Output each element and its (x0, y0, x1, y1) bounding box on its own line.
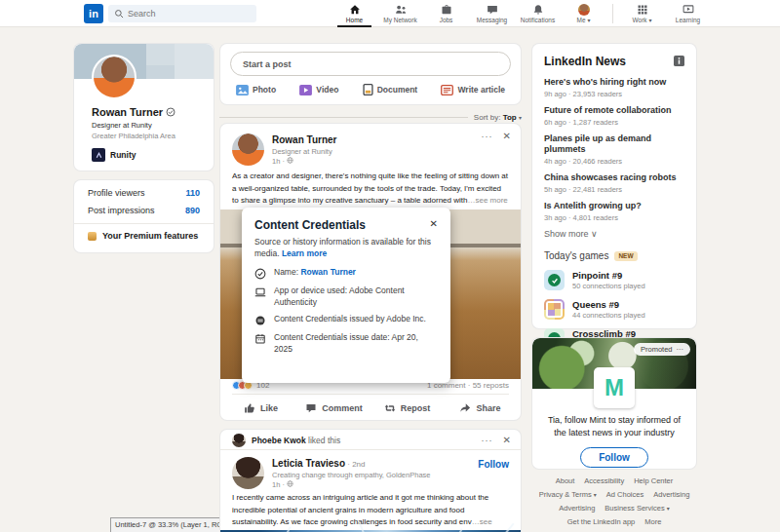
comment-button[interactable]: Comment (297, 396, 370, 420)
company-row[interactable]: Runity (92, 148, 136, 162)
footer-link-privacy-terms[interactable]: Privacy & Terms ▾ (539, 490, 597, 499)
news-title: LinkedIn News (544, 55, 626, 68)
post-impressions-row[interactable]: Post impressions 890 (74, 198, 214, 215)
post-author-name[interactable]: Rowan Turner (272, 134, 336, 145)
post-timestamp: 1h · (272, 157, 293, 166)
search-icon (114, 5, 124, 22)
footer-link-about[interactable]: About (556, 476, 575, 485)
chevron-down-icon: ▾ (594, 492, 597, 498)
footer-link-more[interactable]: More (644, 517, 661, 526)
like-button[interactable]: Like (224, 396, 297, 420)
global-nav: Home My Network Jobs Messaging Notificat… (332, 0, 711, 27)
cc-close-button[interactable]: ✕ (430, 218, 438, 229)
games-title: Today's games (544, 250, 608, 261)
linkedin-page: in Home My Network Jobs Messaging (0, 0, 780, 532)
social-context-row: Phoebe Kwok liked this ··· ✕ (220, 430, 521, 450)
news-item[interactable]: Here's who's hiring right now 9h ago · 2… (544, 77, 684, 98)
post-dismiss-button[interactable]: ✕ (503, 435, 511, 445)
profile-location: Greater Philadelphia Area (92, 132, 176, 140)
learning-icon (682, 4, 694, 16)
game-pinpoint[interactable]: Pinpoint #9 50 connections played (544, 270, 684, 290)
post-dismiss-button[interactable]: ✕ (503, 131, 511, 141)
linkedin-logo[interactable]: in (84, 4, 103, 23)
like-icon (244, 402, 255, 414)
stat-label: Profile viewers (88, 188, 145, 198)
queens-icon (544, 299, 565, 320)
show-more-button[interactable]: Show more ∨ (544, 229, 684, 239)
profile-avatar[interactable] (92, 55, 136, 99)
cc-date-row: Content Credentials issue date: Apr 20, … (254, 332, 438, 355)
footer-link-advertising[interactable]: Advertising (653, 490, 689, 499)
document-button[interactable]: Document (363, 84, 418, 95)
cc-name-row: Name: Rowan Turner (254, 267, 438, 280)
start-post-button[interactable]: Start a post (230, 52, 511, 76)
nav-jobs[interactable]: Jobs (423, 0, 469, 27)
write-article-button[interactable]: Write article (441, 84, 505, 95)
my-network-icon (395, 4, 407, 16)
seal-icon (254, 315, 266, 326)
promoted-badge[interactable]: Promoted··· (634, 343, 690, 356)
follow-button[interactable]: Follow (478, 459, 509, 470)
info-icon[interactable] (674, 53, 684, 70)
nav-learning[interactable]: Learning (665, 0, 711, 27)
messaging-icon (487, 4, 498, 16)
photo-button[interactable]: Photo (236, 84, 276, 95)
comment-icon (305, 402, 317, 414)
stat-value: 110 (185, 188, 200, 198)
nav-my-network[interactable]: My Network (377, 0, 423, 27)
nav-me-label: Me ▾ (577, 17, 591, 23)
search-input[interactable] (128, 9, 245, 19)
profile-card[interactable]: Rowan Turner Designer at Runity Greater … (73, 43, 214, 171)
connection-degree: · 2nd (345, 460, 365, 469)
nav-work-label: Work ▾ (633, 17, 652, 23)
nav-notifications[interactable]: Notifications (515, 0, 561, 27)
share-icon (459, 402, 471, 414)
mint-logo[interactable]: M (594, 367, 635, 408)
news-item[interactable]: China showcases racing robots 5h ago · 2… (544, 172, 684, 194)
learn-more-link[interactable]: Learn more (282, 248, 327, 258)
see-more-link[interactable]: …see more (467, 196, 507, 205)
nav-messaging[interactable]: Messaging (469, 0, 515, 27)
footer-link-help-center[interactable]: Help Center (634, 476, 673, 485)
post-composer-card: Start a post Photo Video Document Write … (219, 43, 522, 105)
sort-dropdown[interactable]: Sort by: Top ▾ (474, 113, 522, 122)
ad-overflow-icon: ··· (677, 345, 684, 354)
premium-features-link[interactable]: Your Premium features (74, 224, 214, 241)
avatar[interactable] (232, 434, 246, 447)
chevron-down-icon: ▾ (648, 18, 651, 23)
stats-card: Profile viewers 110 Post impressions 890… (73, 179, 214, 253)
repost-button[interactable]: Repost (370, 396, 444, 420)
globe-icon (287, 480, 293, 489)
footer-link-advertising-2[interactable]: Advertising (559, 504, 595, 513)
news-item[interactable]: Is Antelith growing up? 3h ago · 4,801 r… (544, 201, 684, 222)
video-button[interactable]: Video (299, 84, 338, 95)
photoshop-document-tab[interactable]: Untitled-7 @ 33.3% (Layer 1, RGB/8#) * (110, 517, 220, 532)
nav-learning-label: Learning (676, 17, 700, 23)
post-overflow-button[interactable]: ··· (482, 436, 493, 445)
profile-name[interactable]: Rowan Turner (92, 106, 176, 118)
cc-name-link[interactable]: Rowan Turner (300, 267, 356, 277)
cc-description: Source or history information is availab… (254, 236, 438, 259)
document-icon (363, 84, 373, 95)
game-queens[interactable]: Queens #9 44 connections played (544, 299, 684, 320)
post-author-name[interactable]: Leticia Travieso · 2nd (272, 458, 366, 469)
post-overflow-button[interactable]: ··· (482, 132, 493, 141)
news-item[interactable]: Future of remote collaboration 6h ago · … (544, 105, 684, 127)
nav-notifications-label: Notifications (521, 17, 555, 23)
nav-work[interactable]: Work ▾ (619, 0, 665, 27)
footer-link-get-app[interactable]: Get the LinkedIn app (567, 517, 636, 526)
profile-viewers-row[interactable]: Profile viewers 110 (74, 180, 214, 198)
avatar[interactable] (232, 457, 264, 489)
news-item[interactable]: Planes pile up as demand plummets 4h ago… (544, 133, 684, 166)
footer-link-accessibility[interactable]: Accessibility (584, 476, 624, 485)
nav-my-network-label: My Network (383, 17, 416, 23)
content-credentials-popup: Content Credentials ✕ Source or history … (242, 208, 450, 383)
avatar[interactable] (232, 133, 264, 166)
footer-link-business-services[interactable]: Business Services ▾ (604, 504, 669, 513)
nav-home[interactable]: Home (332, 0, 377, 27)
nav-me[interactable]: Me ▾ (561, 0, 606, 27)
share-button[interactable]: Share (444, 396, 517, 420)
ad-follow-button[interactable]: Follow (580, 447, 648, 468)
footer-link-ad-choices[interactable]: Ad Choices (606, 490, 644, 499)
search-bar[interactable] (108, 5, 256, 22)
